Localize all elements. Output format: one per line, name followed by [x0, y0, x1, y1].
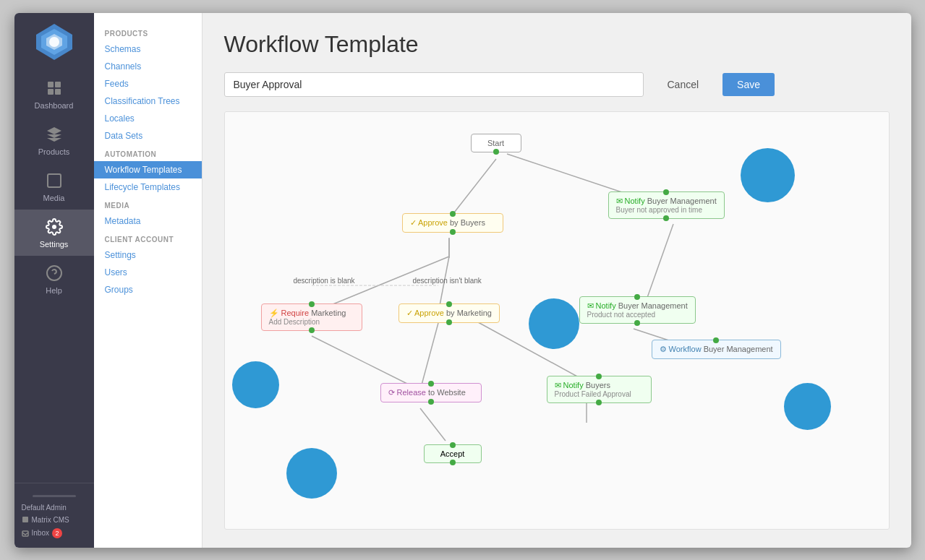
svg-rect-8 [48, 174, 61, 187]
nav-section-client-account: CLIENT ACCOUNT Settings Users Groups [94, 230, 202, 298]
node-workflow-mgmt[interactable]: ⚙ Workflow Buyer Management [652, 340, 781, 359]
svg-line-12 [449, 159, 496, 219]
sidebar-item-label: Products [38, 147, 69, 156]
notify-mgmt-2-dot [634, 320, 640, 326]
save-button[interactable]: Save [722, 73, 775, 96]
page-title: Workflow Template [224, 31, 890, 58]
svg-line-23 [420, 408, 446, 441]
sidebar-item-dashboard[interactable]: Dashboard [14, 71, 94, 117]
nav-item-feeds[interactable]: Feeds [94, 75, 202, 92]
nav-item-classification-trees[interactable]: Classification Trees [94, 92, 202, 110]
node-approve-buyers-top-dot [450, 211, 456, 217]
blue-circle-1 [741, 148, 795, 202]
svg-line-20 [644, 224, 673, 306]
node-start-dot [493, 149, 499, 155]
notify-text-notify-1: Notify [625, 197, 645, 205]
approve-marketing-icon: ✓ [406, 309, 414, 317]
sidebar-item-label: Media [43, 194, 65, 202]
notify-icon-2: ✉ [587, 301, 596, 310]
notify-icon-1: ✉ [616, 197, 625, 205]
nav-section-automation: AUTOMATION Workflow Templates Lifecycle … [94, 145, 202, 196]
help-icon [44, 263, 64, 283]
node-approve-label: Approve [418, 218, 448, 227]
node-approve-suffix: by Buyers [448, 218, 485, 227]
footer-app-name[interactable]: Matrix CMS [22, 514, 87, 526]
require-icon: ⚡ [269, 309, 281, 317]
nav-section-title-media: MEDIA [94, 196, 202, 212]
left-navigation: PRODUCTS Schemas Channels Feeds Classifi… [94, 13, 203, 548]
content-area: Workflow Template Cancel Save [203, 13, 911, 548]
nav-item-metadata[interactable]: Metadata [94, 212, 202, 230]
notify-mgmt-1-dot [663, 215, 669, 221]
nav-section-title-products: PRODUCTS [94, 24, 202, 40]
require-sub: Add Description [269, 318, 354, 326]
footer-inbox[interactable]: Inbox 2 [22, 526, 87, 540]
inbox-badge: 2 [52, 528, 62, 538]
notify-mgmt-2-sub: Product not accepted [587, 311, 688, 319]
sidebar-item-label: Settings [40, 240, 69, 249]
workflow-name-input[interactable] [224, 72, 644, 97]
nav-item-settings[interactable]: Settings [94, 246, 202, 264]
accept-dot [450, 460, 456, 465]
nav-section-title-client-account: CLIENT ACCOUNT [94, 230, 202, 246]
accept-top-dot [450, 442, 456, 448]
svg-rect-6 [48, 89, 54, 95]
node-notify-mgmt-2[interactable]: ✉ Notify Buyer Management Product not ac… [579, 296, 696, 324]
nav-item-workflow-templates[interactable]: Workflow Templates [94, 161, 202, 178]
footer-user: Default Admin [22, 501, 87, 514]
branch-label-not-blank: description isn't blank [413, 277, 482, 285]
approve-marketing-suffix: by Marketing [444, 309, 492, 317]
nav-item-locales[interactable]: Locales [94, 110, 202, 127]
node-start[interactable]: Start [471, 134, 521, 152]
nav-item-schemas[interactable]: Schemas [94, 40, 202, 58]
toolbar: Cancel Save [224, 72, 890, 97]
approve-marketing-top-dot [446, 301, 452, 307]
nav-item-data-sets[interactable]: Data Sets [94, 127, 202, 145]
nav-item-lifecycle-templates[interactable]: Lifecycle Templates [94, 178, 202, 196]
approve-marketing-text: Approve [414, 309, 444, 317]
workflow-canvas[interactable]: Start ✓ Approve by Buyers description is… [224, 111, 890, 530]
svg-point-3 [49, 37, 59, 47]
node-approve-buyers-dot [450, 229, 456, 235]
nav-item-groups[interactable]: Groups [94, 281, 202, 298]
accept-label: Accept [440, 449, 465, 458]
require-top-dot [309, 301, 315, 307]
release-icon: ⟳ [388, 388, 397, 397]
node-notify-buyers[interactable]: ✉ Notify Buyers Product Failed Approval [547, 376, 652, 403]
branch-label-blank: description is blank [294, 277, 355, 285]
notify-mgmt-2-notify: Notify [596, 301, 616, 310]
workflow-icon: ⚙ [660, 345, 669, 353]
nav-section-media: MEDIA Metadata [94, 196, 202, 230]
workflow-text: Workflow [669, 345, 702, 353]
node-release-website[interactable]: ⟳ Release to Website [380, 383, 482, 402]
node-approve-marketing[interactable]: ✓ Approve by Marketing [398, 303, 500, 323]
sidebar: Dashboard Products Media S [14, 13, 94, 548]
nav-item-users[interactable]: Users [94, 264, 202, 281]
media-icon [44, 171, 64, 191]
nav-section-title-automation: AUTOMATION [94, 145, 202, 161]
node-notify-mgmt-1[interactable]: ✉ Notify Buyer Management Buyer not appr… [608, 191, 725, 219]
require-suffix: Marketing [309, 309, 346, 317]
app-window: Dashboard Products Media S [14, 13, 911, 548]
node-accept[interactable]: Accept [424, 444, 482, 463]
notify-mgmt-1-sub: Buyer not approved in time [616, 206, 717, 214]
blue-circle-4 [286, 448, 337, 499]
sidebar-item-products[interactable]: Products [14, 117, 94, 163]
node-approve-buyers[interactable]: ✓ Approve by Buyers [402, 213, 503, 233]
node-require-marketing[interactable]: ⚡ Require Marketing Add Description [261, 303, 362, 331]
products-icon [44, 124, 64, 145]
sidebar-item-label: Dashboard [35, 101, 74, 110]
blue-circle-2 [529, 298, 579, 349]
node-start-label: Start [487, 139, 504, 147]
sidebar-item-settings[interactable]: Settings [14, 210, 94, 256]
approve-marketing-dot [446, 319, 452, 325]
workflow-mgmt-top-dot [713, 337, 719, 343]
sidebar-item-media[interactable]: Media [14, 163, 94, 210]
nav-item-channels[interactable]: Channels [94, 58, 202, 75]
cancel-button[interactable]: Cancel [655, 73, 712, 96]
blue-circle-3 [232, 361, 279, 408]
sidebar-item-help[interactable]: Help [14, 256, 94, 302]
notify-mgmt-1-label: Buyer Management [645, 197, 717, 205]
blue-circle-5 [784, 383, 831, 430]
app-logo[interactable] [33, 20, 76, 64]
